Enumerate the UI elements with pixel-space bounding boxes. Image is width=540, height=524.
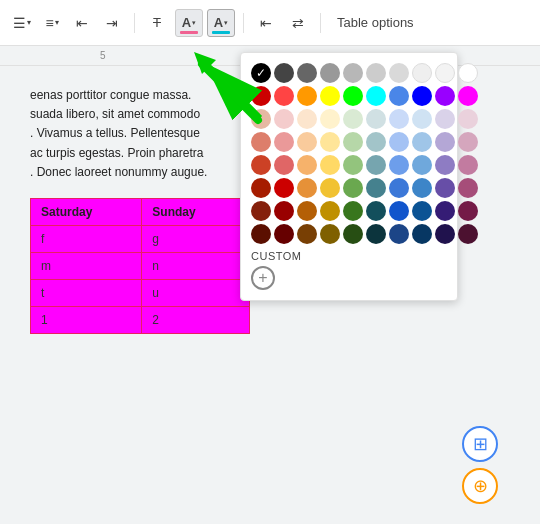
add-col-icon: ⊕ xyxy=(473,475,488,497)
color-row-tint-6 xyxy=(251,224,447,244)
align-left-button[interactable]: ⇤ xyxy=(252,9,280,37)
table-cell[interactable]: f xyxy=(31,225,142,252)
table-row: 1 2 xyxy=(31,306,250,333)
toolbar-separator-2 xyxy=(243,13,244,33)
color-gray[interactable] xyxy=(320,63,340,83)
table-header-sunday[interactable]: Sunday xyxy=(142,198,250,225)
color-black[interactable] xyxy=(251,63,271,83)
table-cell[interactable]: g xyxy=(142,225,250,252)
color-lighter-gray[interactable] xyxy=(389,63,409,83)
color-picker-popup: CUSTOM + xyxy=(240,52,458,301)
toolbar-separator-1 xyxy=(134,13,135,33)
list-bullet-icon: ☰ xyxy=(13,15,26,31)
table-header-row: Saturday Sunday xyxy=(31,198,250,225)
document-table: Saturday Sunday f g m n t u 1 2 xyxy=(30,198,250,334)
add-col-button[interactable]: ⊕ xyxy=(462,468,498,504)
highlight-caret: ▾ xyxy=(192,19,196,27)
color-green[interactable] xyxy=(343,86,363,106)
indent-increase-icon: ⇥ xyxy=(106,15,118,31)
toolbar-list-buttons: ☰ ▾ ≡ ▾ ⇤ ⇥ xyxy=(8,9,126,37)
table-options-label: Table options xyxy=(337,15,414,30)
list-number-icon: ≡ xyxy=(45,15,53,31)
color-light-gray-1[interactable] xyxy=(343,63,363,83)
color-dark-gray-2[interactable] xyxy=(297,63,317,83)
highlight-color-button[interactable]: A ▾ xyxy=(175,9,203,37)
list-bullet-caret: ▾ xyxy=(27,18,31,27)
add-row-button[interactable]: ⊞ xyxy=(462,426,498,462)
color-row-grayscale xyxy=(251,63,447,83)
color-row-vivid xyxy=(251,86,447,106)
color-row-tint-3 xyxy=(251,155,447,175)
table-header-saturday[interactable]: Saturday xyxy=(31,198,142,225)
table-cell[interactable]: 1 xyxy=(31,306,142,333)
color-row-tint-4 xyxy=(251,178,447,198)
ruler-marker: 5 xyxy=(100,50,106,61)
table-row: t u xyxy=(31,279,250,306)
table-cell[interactable]: u xyxy=(142,279,250,306)
color-red-light[interactable] xyxy=(274,86,294,106)
color-near-white-1[interactable] xyxy=(412,63,432,83)
custom-label: CUSTOM xyxy=(251,250,447,262)
add-row-icon: ⊞ xyxy=(473,433,488,455)
table-cell[interactable]: 2 xyxy=(142,306,250,333)
color-light-gray-2[interactable] xyxy=(366,63,386,83)
table-row: f g xyxy=(31,225,250,252)
color-blue-light[interactable] xyxy=(389,86,409,106)
text-color-button[interactable]: A ▾ xyxy=(207,9,235,37)
align-left-icon: ⇤ xyxy=(260,15,272,31)
list-number-button[interactable]: ≡ ▾ xyxy=(38,9,66,37)
custom-add-button[interactable]: + xyxy=(251,266,275,290)
toolbar-separator-3 xyxy=(320,13,321,33)
scrollbar[interactable] xyxy=(528,66,540,524)
table-wrapper: □ Saturday Sunday f g m n t u xyxy=(30,194,250,334)
color-near-white-2[interactable] xyxy=(435,63,455,83)
list-bullet-button[interactable]: ☰ ▾ xyxy=(8,9,36,37)
table-row: m n xyxy=(31,252,250,279)
color-yellow[interactable] xyxy=(320,86,340,106)
table-cell[interactable]: m xyxy=(31,252,142,279)
align-justify-button[interactable]: ⇄ xyxy=(284,9,312,37)
highlight-color-bar xyxy=(180,31,198,34)
strikethrough-icon: T xyxy=(153,15,161,30)
color-white[interactable] xyxy=(458,63,478,83)
bottom-action-buttons: ⊞ ⊕ xyxy=(462,426,498,504)
color-row-tint-1 xyxy=(251,109,447,129)
color-row-tint-5 xyxy=(251,201,447,221)
list-number-caret: ▾ xyxy=(55,18,59,27)
indent-decrease-icon: ⇤ xyxy=(76,15,88,31)
color-magenta[interactable] xyxy=(458,86,478,106)
color-orange[interactable] xyxy=(297,86,317,106)
highlight-icon: A xyxy=(182,15,191,30)
color-blue[interactable] xyxy=(412,86,432,106)
text-color-bar xyxy=(212,31,230,34)
text-color-caret: ▾ xyxy=(224,19,228,27)
color-row-tint-2 xyxy=(251,132,447,152)
toolbar: ☰ ▾ ≡ ▾ ⇤ ⇥ T A ▾ A ▾ ⇤ ⇄ Table options xyxy=(0,0,540,46)
text-color-icon: A xyxy=(214,15,223,30)
color-dark-gray-1[interactable] xyxy=(274,63,294,83)
table-cell[interactable]: n xyxy=(142,252,250,279)
color-red[interactable] xyxy=(251,86,271,106)
indent-decrease-button[interactable]: ⇤ xyxy=(68,9,96,37)
strikethrough-button[interactable]: T xyxy=(143,9,171,37)
table-cell[interactable]: t xyxy=(31,279,142,306)
indent-increase-button[interactable]: ⇥ xyxy=(98,9,126,37)
align-justify-icon: ⇄ xyxy=(292,15,304,31)
color-cyan[interactable] xyxy=(366,86,386,106)
color-purple[interactable] xyxy=(435,86,455,106)
